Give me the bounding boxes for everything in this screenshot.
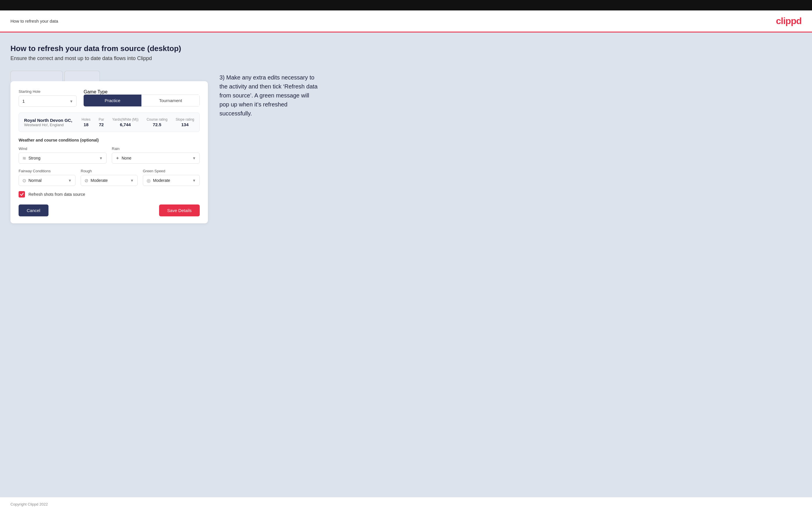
course-stat-yards: Yards(White (M)) 6,744 (112, 117, 138, 127)
wind-select[interactable]: Strong None Light Moderate (29, 153, 99, 163)
header: How to refresh your data clippd (0, 10, 812, 33)
course-info: Royal North Devon GC, Westward Ho!, Engl… (24, 118, 72, 127)
rain-select[interactable]: None Light Moderate Heavy (122, 153, 192, 163)
yards-value: 6,744 (120, 122, 131, 127)
fairway-rough-green-row: Fairway Conditions ⊙ Normal Soft Firm Ve… (18, 169, 200, 186)
green-speed-select[interactable]: Moderate Slow Fast Very Fast (153, 175, 192, 186)
rough-select[interactable]: Moderate Light Heavy (91, 175, 130, 186)
course-stats: Holes 18 Par 72 Yards(White (M)) 6,744 (82, 117, 194, 127)
course-rating-value: 72.5 (153, 122, 161, 127)
starting-hole-wrapper: 1 10 ▼ (18, 96, 77, 107)
rough-label: Rough (81, 169, 138, 173)
rough-select-wrapper: ⊘ Moderate Light Heavy ▼ (81, 175, 138, 186)
tab-stub-1 (10, 71, 63, 81)
refresh-checkbox-label: Refresh shots from data source (29, 192, 85, 196)
rain-arrow-icon: ▼ (192, 156, 196, 160)
rain-label: Rain (112, 147, 200, 151)
fairway-arrow-icon: ▼ (68, 178, 72, 183)
slope-rating-label: Slope rating (175, 117, 194, 121)
fairway-label: Fairway Conditions (18, 169, 75, 173)
form-row-top: Starting Hole 1 10 ▼ Game Type Practi (18, 89, 200, 107)
refresh-checkbox[interactable] (18, 191, 25, 198)
green-speed-arrow-icon: ▼ (192, 178, 196, 183)
page-heading: How to refresh your data from source (de… (10, 44, 802, 53)
fairway-select-wrapper: ⊙ Normal Soft Firm Very Firm ▼ (18, 175, 75, 186)
game-type-toggle: Practice Tournament (84, 95, 200, 106)
wind-select-wrapper: ≋ Strong None Light Moderate ▼ (18, 153, 107, 164)
fairway-select[interactable]: Normal Soft Firm Very Firm (29, 175, 68, 186)
starting-hole-select[interactable]: 1 10 (18, 96, 77, 107)
footer: Copyright Clippd 2022 (0, 497, 812, 507)
rain-select-wrapper: ✦ None Light Moderate Heavy ▼ (112, 153, 200, 164)
holes-label: Holes (82, 117, 91, 121)
card-wrapper: Starting Hole 1 10 ▼ Game Type Practi (10, 71, 208, 223)
green-speed-group: Green Speed ◎ Moderate Slow Fast Very Fa… (143, 169, 200, 186)
wind-label: Wind (18, 147, 107, 151)
holes-value: 18 (84, 122, 89, 127)
side-text-paragraph: 3) Make any extra edits necessary to the… (219, 73, 318, 118)
side-text: 3) Make any extra edits necessary to the… (219, 71, 318, 118)
cancel-button[interactable]: Cancel (18, 205, 48, 216)
par-label: Par (99, 117, 104, 121)
game-type-label: Game Type (84, 89, 200, 95)
rough-arrow-icon: ▼ (130, 178, 134, 183)
conditions-title: Weather and course conditions (optional) (18, 138, 200, 143)
course-stat-course-rating: Course rating 72.5 (147, 117, 167, 127)
tab-stub-2 (64, 71, 100, 81)
wind-group: Wind ≋ Strong None Light Moderate ▼ (18, 147, 107, 164)
course-stat-holes: Holes 18 (82, 117, 91, 127)
wind-arrow-icon: ▼ (99, 156, 103, 160)
course-row: Royal North Devon GC, Westward Ho!, Engl… (18, 113, 200, 132)
game-type-group: Game Type Practice Tournament (84, 89, 200, 107)
fairway-icon: ⊙ (22, 178, 26, 183)
wind-icon: ≋ (22, 156, 26, 161)
edit-card: Starting Hole 1 10 ▼ Game Type Practi (10, 81, 208, 223)
slope-rating-value: 134 (181, 122, 189, 127)
green-speed-label: Green Speed (143, 169, 200, 173)
button-row: Cancel Save Details (18, 205, 200, 216)
save-button[interactable]: Save Details (159, 205, 200, 216)
content-area: How to refresh your data from source (de… (0, 33, 812, 497)
rough-group: Rough ⊘ Moderate Light Heavy ▼ (81, 169, 138, 186)
tournament-button[interactable]: Tournament (141, 95, 200, 106)
refresh-checkbox-row: Refresh shots from data source (18, 191, 200, 198)
green-speed-icon: ◎ (147, 178, 151, 183)
course-stat-par: Par 72 (99, 117, 104, 127)
course-rating-label: Course rating (147, 117, 167, 121)
course-stat-slope-rating: Slope rating 134 (175, 117, 194, 127)
rough-icon: ⊘ (85, 178, 88, 183)
starting-hole-group: Starting Hole 1 10 ▼ (18, 89, 77, 107)
page-subheading: Ensure the correct and most up to date d… (10, 55, 802, 61)
par-value: 72 (99, 122, 104, 127)
green-speed-select-wrapper: ◎ Moderate Slow Fast Very Fast ▼ (143, 175, 200, 186)
main-layout: Starting Hole 1 10 ▼ Game Type Practi (10, 71, 802, 223)
yards-label: Yards(White (M)) (112, 117, 138, 121)
card-tabs (10, 71, 208, 81)
footer-copyright: Copyright Clippd 2022 (10, 502, 48, 506)
fairway-group: Fairway Conditions ⊙ Normal Soft Firm Ve… (18, 169, 75, 186)
rain-icon: ✦ (115, 156, 119, 161)
wind-rain-row: Wind ≋ Strong None Light Moderate ▼ (18, 147, 200, 164)
starting-hole-label: Starting Hole (18, 89, 77, 94)
logo: clippd (776, 16, 802, 26)
practice-button[interactable]: Practice (84, 95, 141, 106)
course-location: Westward Ho!, England (24, 123, 72, 127)
header-title: How to refresh your data (10, 18, 58, 23)
course-name: Royal North Devon GC, (24, 118, 72, 123)
rain-group: Rain ✦ None Light Moderate Heavy ▼ (112, 147, 200, 164)
